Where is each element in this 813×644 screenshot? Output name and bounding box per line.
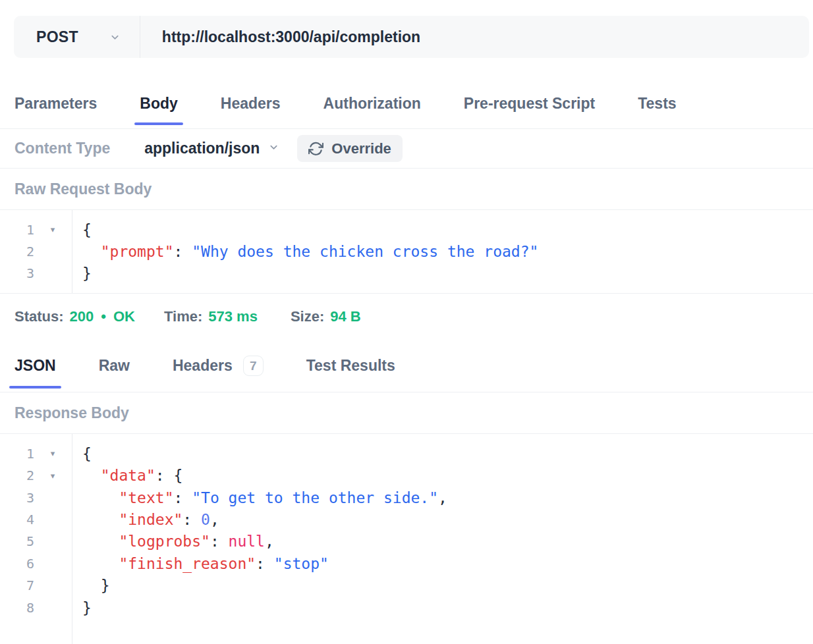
fold-toggle-icon[interactable]: ▾	[34, 471, 71, 481]
status-code: 200	[70, 308, 94, 325]
override-label: Override	[331, 140, 391, 157]
code-line: "data": {	[82, 465, 447, 487]
time-group: Time: 573 ms	[164, 308, 258, 325]
tab-label: Headers	[173, 357, 233, 375]
gutter-row: 8	[0, 597, 72, 618]
request-url-bar: POST http://localhost:3000/api/completio…	[14, 16, 809, 58]
code-line: }	[82, 575, 447, 597]
code-line: {	[82, 443, 447, 464]
code-line: "finish_reason": "stop"	[82, 552, 447, 574]
content-type-row: Content Type application/json Override	[0, 129, 813, 169]
response-code-area: { "data": { "text": "To get to the other…	[72, 434, 447, 644]
gutter-row: 1▾	[0, 443, 72, 464]
content-type-value: application/json	[144, 140, 260, 157]
status-bullet: •	[101, 308, 106, 325]
tab-headers[interactable]: Headers	[221, 95, 281, 128]
tab-pre-request-script[interactable]: Pre-request Script	[464, 95, 595, 128]
tab-raw[interactable]: Raw	[99, 356, 130, 392]
line-number-gutter: 1▾2▾345678	[0, 434, 72, 644]
status-group: Status: 200 • OK	[14, 308, 135, 325]
tab-label: JSON	[14, 357, 56, 375]
tab-label: Raw	[99, 357, 130, 375]
line-number: 7	[0, 577, 34, 593]
size-value: 94 B	[330, 308, 360, 325]
tab-label: Authorization	[323, 95, 421, 113]
request-body-editor[interactable]: 1▾23 { "prompt": "Why does the chicken c…	[0, 210, 813, 294]
status-label: Status:	[14, 308, 64, 325]
response-status-bar: Status: 200 • OK Time: 573 ms Size: 94 B	[0, 294, 813, 340]
response-body-viewer: 1▾2▾345678 { "data": { "text": "To get t…	[0, 434, 813, 644]
content-type-label: Content Type	[14, 140, 110, 157]
method-select[interactable]: POST	[14, 16, 140, 58]
line-number: 1	[0, 222, 34, 238]
gutter-row: 3	[0, 487, 72, 508]
tab-tests[interactable]: Tests	[638, 95, 676, 128]
line-number: 5	[0, 533, 34, 549]
line-number: 3	[0, 490, 34, 506]
gutter-row: 2	[0, 240, 72, 262]
tab-parameters[interactable]: Parameters	[14, 95, 97, 128]
gutter-row: 1▾	[0, 219, 72, 240]
line-number: 4	[0, 512, 34, 527]
line-number: 3	[0, 265, 34, 281]
response-tabs: JSONRawHeaders7Test Results	[0, 340, 813, 392]
code-line: }	[82, 597, 447, 618]
code-line: "prompt": "Why does the chicken cross th…	[82, 240, 538, 262]
gutter-row: 4	[0, 508, 72, 530]
tab-headers[interactable]: Headers7	[173, 356, 264, 392]
status-text: OK	[113, 308, 135, 325]
gutter-row: 6	[0, 552, 72, 574]
time-label: Time:	[164, 308, 202, 325]
line-number: 6	[0, 556, 34, 572]
tab-json[interactable]: JSON	[14, 356, 56, 392]
url-input[interactable]: http://localhost:3000/api/completion	[140, 16, 809, 58]
headers-count-badge: 7	[243, 356, 264, 376]
response-body-title: Response Body	[14, 404, 129, 422]
tab-label: Headers	[221, 95, 281, 113]
line-number: 2	[0, 468, 34, 483]
tab-label: Parameters	[14, 95, 97, 113]
gutter-row: 7	[0, 575, 72, 597]
refresh-icon	[308, 141, 323, 156]
line-number: 2	[0, 244, 34, 259]
code-line: "text": "To get to the other side.",	[82, 487, 447, 508]
response-body-header: Response Body	[0, 392, 813, 434]
line-number-gutter: 1▾23	[0, 210, 72, 293]
content-type-select[interactable]: application/json	[144, 140, 279, 157]
chevron-down-icon	[269, 142, 279, 155]
override-button[interactable]: Override	[297, 135, 403, 162]
tab-label: Pre-request Script	[464, 95, 595, 113]
line-number: 8	[0, 600, 34, 616]
tab-label: Body	[140, 95, 178, 113]
chevron-down-icon	[110, 32, 120, 42]
code-line: "logprobs": null,	[82, 531, 447, 552]
gutter-row: 2▾	[0, 465, 72, 487]
code-line: "index": 0,	[82, 508, 447, 530]
request-code-area[interactable]: { "prompt": "Why does the chicken cross …	[72, 210, 538, 293]
fold-toggle-icon[interactable]: ▾	[34, 448, 71, 458]
request-body-header: Raw Request Body	[0, 169, 813, 210]
line-number: 1	[0, 446, 34, 462]
tab-test-results[interactable]: Test Results	[306, 356, 395, 392]
tab-authorization[interactable]: Authorization	[323, 95, 421, 128]
tab-label: Test Results	[306, 357, 395, 375]
code-line: {	[82, 219, 538, 240]
method-label: POST	[36, 28, 78, 46]
size-group: Size: 94 B	[291, 308, 361, 325]
code-line: }	[82, 263, 538, 284]
fold-toggle-icon[interactable]: ▾	[34, 225, 71, 234]
size-label: Size:	[291, 308, 324, 325]
time-value: 573 ms	[208, 308, 258, 325]
tab-label: Tests	[638, 95, 676, 113]
gutter-row: 5	[0, 531, 72, 552]
tab-body[interactable]: Body	[140, 95, 178, 128]
request-tabs: ParametersBodyHeadersAuthorizationPre-re…	[0, 58, 813, 129]
request-body-title: Raw Request Body	[14, 180, 152, 198]
gutter-row: 3	[0, 263, 72, 284]
